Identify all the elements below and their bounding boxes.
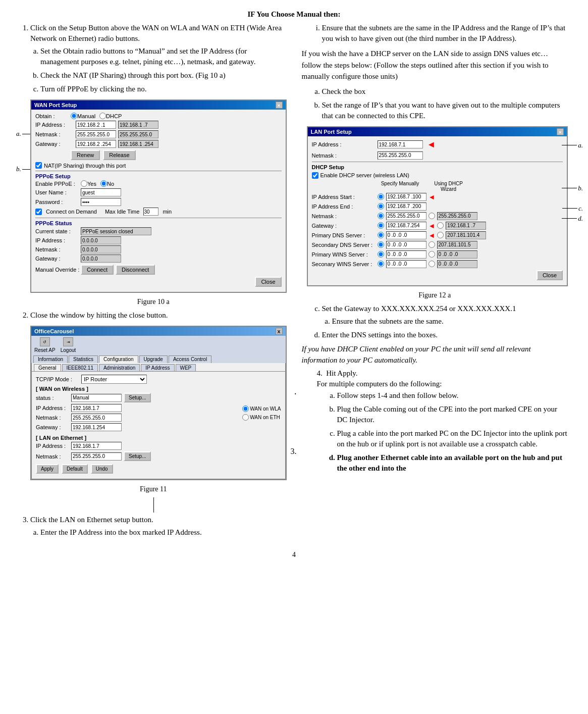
lan-netmask-input[interactable] — [378, 151, 423, 160]
multiple-para: For multiple computers do the following: — [317, 380, 568, 388]
wan-wla-radio[interactable] — [242, 405, 249, 412]
secondary-wins-input[interactable] — [386, 260, 426, 268]
wan-eth-radio[interactable] — [242, 414, 249, 421]
page-number: 4 — [20, 551, 568, 559]
tab-information[interactable]: Information — [33, 355, 68, 363]
annotation-d-right: d. — [578, 215, 583, 223]
lan-ip-oc[interactable] — [71, 442, 122, 450]
wan-netmask-oc[interactable] — [71, 414, 122, 422]
logout-icon: ⇥ — [63, 337, 73, 346]
wan-ip-input[interactable] — [76, 121, 116, 129]
lan-port-setup-dialog: LAN Port Setup × IP Address : ◄ Netmask … — [307, 126, 568, 286]
wan-wireless-section: [ WAN on Wireless ] — [36, 386, 281, 392]
wan-netmask-input[interactable] — [76, 130, 116, 138]
swins-manual-radio[interactable] — [378, 261, 384, 267]
tab-access-control[interactable]: Access Control — [169, 355, 211, 363]
pppoe-yes-radio[interactable] — [81, 180, 87, 187]
tab-statistics[interactable]: Statistics — [69, 355, 98, 363]
multi-step-b: Plug the Cable coming out of the CPE int… — [337, 404, 568, 425]
netmask2-manual-radio[interactable] — [378, 213, 384, 219]
apply-button[interactable]: Apply — [36, 464, 59, 474]
gateway2-manual-radio[interactable] — [378, 222, 384, 229]
oc-titlebar: OfficeCarousel X — [31, 327, 286, 336]
wan-gateway-input[interactable] — [76, 140, 116, 148]
wan-close-button[interactable]: Close — [255, 277, 281, 287]
gateway2-wizard-radio[interactable] — [437, 222, 444, 229]
password-input[interactable] — [81, 198, 121, 206]
disconnect-button[interactable]: Disconnect — [116, 265, 155, 275]
specify-manually-header: Specify Manually — [378, 181, 423, 192]
ip-start-input[interactable] — [386, 193, 426, 201]
wan-gateway-oc[interactable] — [71, 423, 122, 431]
netmask2-wizard-radio[interactable] — [429, 213, 435, 219]
subtab-ieee80211[interactable]: IEEE802.11 — [62, 364, 98, 371]
tab-configuration[interactable]: Configuration — [99, 355, 138, 363]
ip-status-value — [81, 236, 121, 244]
connect-demand-checkbox[interactable] — [35, 209, 42, 215]
using-wizard-header: Using DHCP Wizard — [426, 181, 471, 192]
release-button[interactable]: Release — [103, 150, 135, 160]
tcpip-mode-select[interactable]: IP Router — [81, 375, 147, 384]
wan-port-setup-dialog: WAN Port Setup × Obtain : Manual DHCP IP… — [30, 99, 287, 293]
pdns-wizard-radio[interactable] — [437, 232, 444, 238]
pwins-manual-radio[interactable] — [378, 251, 384, 258]
secondary-dns-gray — [437, 241, 477, 249]
step-1c: Turn off PPPoE by clicking the no. — [40, 84, 287, 94]
arrow-c: ◄ — [429, 222, 436, 230]
lan-netmask-oc[interactable] — [71, 452, 122, 461]
undo-button[interactable]: Undo — [91, 464, 113, 474]
ipend-manual-radio[interactable] — [378, 203, 384, 210]
renew-button[interactable]: Renew — [71, 150, 100, 160]
step4: 4. Hit Apply. — [317, 369, 568, 378]
subtab-administration[interactable]: Administration — [99, 364, 140, 371]
page-heading: IF You Choose Manual then: — [20, 10, 568, 19]
wan-close-x[interactable]: × — [276, 101, 283, 109]
pppoe-no-radio[interactable] — [100, 180, 107, 187]
gateway-status-value — [81, 254, 121, 263]
default-button[interactable]: Default — [62, 464, 88, 474]
connect-button[interactable]: Connect — [81, 265, 114, 275]
logout-tool[interactable]: ⇥ Logout — [61, 337, 76, 353]
manual-radio[interactable] — [71, 113, 77, 119]
dhcp-radio[interactable] — [99, 113, 106, 119]
annotation-b-left: b. — [16, 165, 21, 173]
subtab-ipaddress[interactable]: IP Address — [141, 364, 174, 371]
primary-wins-input[interactable] — [386, 250, 426, 259]
wan-ip-secondary — [118, 121, 158, 129]
pwins-wizard-radio[interactable] — [429, 251, 435, 258]
multi-step-c: Plug a cable into the port marked PC on … — [337, 428, 568, 449]
wan-setup-button[interactable]: Setup... — [124, 393, 151, 402]
dhcp-gateway-input[interactable] — [386, 222, 426, 230]
lan-setup-button[interactable]: Setup... — [124, 451, 151, 461]
dhcp-client-para: If you have DHCP Client enabled on your … — [302, 343, 568, 366]
ipstart-manual-radio[interactable] — [378, 193, 384, 200]
wan-ip-oc[interactable] — [71, 404, 122, 412]
tab-upgrade[interactable]: Upgrade — [139, 355, 168, 363]
nat-checkbox[interactable] — [35, 162, 42, 169]
pdns-manual-radio[interactable] — [378, 232, 384, 238]
max-idle-input[interactable] — [143, 208, 158, 216]
dhcp-netmask-input[interactable] — [386, 212, 426, 220]
right-step-c: Set the Gateway to XXX.XXX.XXX.254 or XX… — [322, 303, 568, 327]
primary-wins-gray — [437, 250, 477, 259]
username-input[interactable] — [81, 188, 121, 196]
oc-close-btn[interactable]: X — [276, 328, 283, 335]
subtab-wep[interactable]: WEP — [176, 364, 196, 371]
enable-dhcp-checkbox[interactable] — [312, 172, 318, 179]
wan-netmask-secondary — [118, 130, 158, 138]
fig12a-label: Figure 12 a — [302, 291, 568, 299]
lan-ip-input[interactable] — [378, 140, 423, 148]
sdns-manual-radio[interactable] — [378, 241, 384, 248]
primary-dns-input[interactable] — [386, 231, 426, 239]
secondary-dns-input[interactable] — [386, 241, 426, 249]
lan-close-x[interactable]: × — [557, 128, 564, 135]
swins-wizard-radio[interactable] — [429, 261, 435, 267]
annotation-c-right: c. — [578, 205, 583, 213]
reset-ap-tool[interactable]: ↺ Reset AP — [34, 337, 56, 353]
lan-close-button[interactable]: Close — [537, 270, 563, 280]
subtab-general[interactable]: General — [34, 364, 61, 371]
multi-step-a: Follow steps 1-4 and then follow below. — [337, 390, 568, 401]
sdns-wizard-radio[interactable] — [429, 241, 435, 248]
ip-end-input[interactable] — [386, 202, 426, 211]
right-step-a: Check the box — [322, 86, 568, 97]
